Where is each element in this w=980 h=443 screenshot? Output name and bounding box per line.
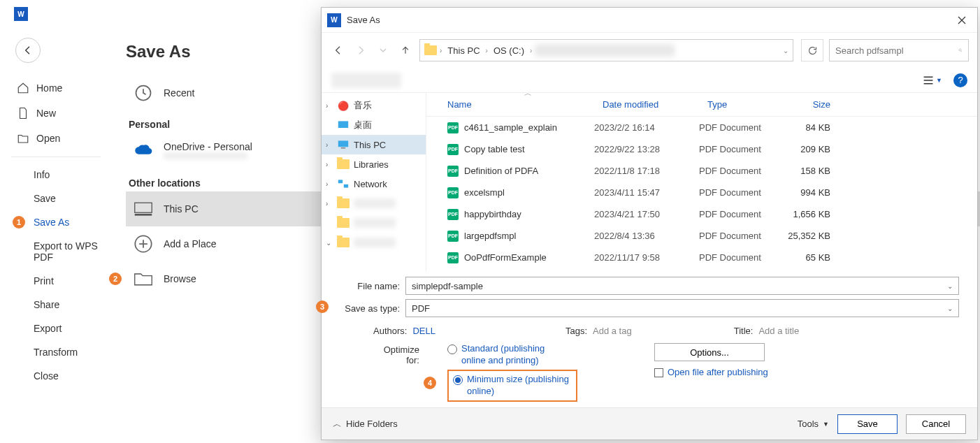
- view-options-button[interactable]: ▼: [923, 71, 942, 90]
- nav-up-button[interactable]: [397, 42, 414, 59]
- close-icon: [958, 16, 966, 24]
- pdf-icon: PDF: [447, 209, 459, 220]
- open-after-checkbox[interactable]: Open file after publishing: [654, 367, 768, 379]
- search-input[interactable]: [835, 45, 953, 56]
- hide-folders-button[interactable]: ︿ Hide Folders: [333, 418, 398, 430]
- authors-value[interactable]: DELL: [412, 326, 435, 336]
- radio-icon-selected: [453, 375, 463, 385]
- search-box[interactable]: [829, 39, 969, 61]
- svg-point-4: [959, 49, 961, 51]
- tree-network[interactable]: ›Network: [322, 174, 426, 194]
- file-type: PDF Document: [699, 209, 783, 219]
- save-button[interactable]: Save: [837, 414, 898, 434]
- pdf-icon: PDF: [447, 187, 459, 198]
- nav-close[interactable]: Close: [0, 364, 112, 388]
- nav-save-as-label: Save As: [34, 217, 69, 228]
- file-row[interactable]: PDFc4611_sample_explain 2023/2/2 16:14 P…: [426, 117, 977, 138]
- help-icon[interactable]: ?: [953, 73, 967, 87]
- tree-libraries[interactable]: ›Libraries: [322, 154, 426, 174]
- cancel-button[interactable]: Cancel: [906, 414, 966, 434]
- doc-title-label: Title:: [734, 326, 754, 336]
- savetype-dropdown[interactable]: PDF ⌄: [405, 299, 959, 317]
- file-row[interactable]: PDFCopy table test 2022/9/22 13:28 PDF D…: [426, 138, 977, 160]
- radio-standard[interactable]: Standard (publishing online and printing…: [447, 343, 577, 367]
- tools-dropdown[interactable]: Tools ▼: [798, 419, 829, 429]
- nav-print[interactable]: Print: [0, 269, 112, 293]
- radio-icon: [447, 344, 457, 354]
- tree-network-label: Network: [354, 179, 387, 189]
- file-size: 84 KB: [783, 122, 839, 133]
- tree-desktop-label: 桌面: [354, 119, 372, 131]
- folder-icon: [337, 198, 350, 208]
- tree-item-redacted[interactable]: [322, 213, 426, 233]
- col-type[interactable]: Type: [699, 99, 783, 110]
- folder-icon: [337, 218, 350, 228]
- scroll-up-icon[interactable]: ︿: [524, 93, 532, 99]
- tree-music[interactable]: ›🔴音乐: [322, 96, 426, 115]
- doc-title-input[interactable]: Add a title: [758, 326, 799, 336]
- file-type: PDF Document: [699, 122, 783, 133]
- desktop-icon: [337, 119, 350, 131]
- nav-transform[interactable]: Transform: [0, 340, 112, 364]
- save-as-dialog: W Save As › This PC › OS (C:) › ⌄: [321, 7, 978, 440]
- crumb-this-pc[interactable]: This PC: [445, 44, 482, 57]
- open-folder-icon: [17, 132, 29, 145]
- tree-this-pc[interactable]: ›This PC: [322, 135, 426, 154]
- file-name: OoPdfFormExample: [464, 252, 547, 263]
- svg-rect-9: [344, 184, 348, 188]
- col-date[interactable]: Date modified: [594, 99, 699, 110]
- dialog-close-button[interactable]: [946, 8, 977, 33]
- file-row[interactable]: PDFlargepdfsmpl 2022/8/4 13:36 PDF Docum…: [426, 225, 977, 247]
- filename-input[interactable]: simplepdf-sample ⌄: [405, 277, 959, 295]
- file-type: PDF Document: [699, 231, 783, 241]
- clock-icon: [133, 84, 154, 102]
- nav-share-label: Share: [34, 299, 59, 310]
- tree-item-redacted[interactable]: ›: [322, 194, 426, 213]
- tags-input[interactable]: Add a tag: [593, 326, 632, 336]
- nav-recent-button[interactable]: [375, 42, 391, 59]
- file-row[interactable]: PDFOoPdfFormExample 2022/11/17 9:58 PDF …: [426, 247, 977, 268]
- file-row[interactable]: PDFDefinition of PDFA 2022/11/8 17:18 PD…: [426, 160, 977, 182]
- tree-music-label: 音乐: [354, 99, 372, 112]
- back-button[interactable]: [15, 38, 41, 63]
- folder-tree: ›🔴音乐 桌面 ›This PC ›Libraries ›Network › ⌄: [322, 93, 426, 271]
- nav-home[interactable]: Home: [0, 75, 112, 101]
- file-name: Copy table test: [464, 144, 525, 154]
- chevron-down-icon: ⌄: [947, 305, 953, 312]
- nav-export-wps[interactable]: Export to WPS PDF: [0, 234, 112, 269]
- file-row[interactable]: PDFexcelsmpl 2023/4/11 15:47 PDF Documen…: [426, 182, 977, 203]
- nav-new[interactable]: New: [0, 101, 112, 126]
- savetype-value: PDF: [412, 303, 430, 314]
- col-name[interactable]: Name: [426, 99, 594, 110]
- nav-open[interactable]: Open: [0, 126, 112, 151]
- options-button[interactable]: Options...: [654, 343, 765, 361]
- nav-forward-button[interactable]: [352, 42, 369, 59]
- nav-share[interactable]: Share: [0, 293, 112, 317]
- column-headers: ︿ Name Date modified Type Size: [426, 93, 977, 117]
- address-bar[interactable]: › This PC › OS (C:) › ⌄: [419, 39, 793, 61]
- pdf-icon: PDF: [447, 166, 459, 177]
- file-row[interactable]: PDFhappybirthday 2023/4/21 17:50 PDF Doc…: [426, 203, 977, 225]
- nav-new-label: New: [36, 108, 56, 119]
- step-badge-2: 2: [109, 273, 122, 285]
- nav-export[interactable]: Export: [0, 317, 112, 340]
- nav-save[interactable]: Save: [0, 187, 112, 210]
- file-date: 2023/2/2 16:14: [594, 122, 699, 133]
- crumb-drive[interactable]: OS (C:): [491, 44, 527, 57]
- refresh-button[interactable]: [801, 39, 823, 61]
- radio-minimum[interactable]: Minimum size (publishing online): [453, 374, 572, 398]
- tree-item-redacted[interactable]: ⌄: [322, 233, 426, 252]
- nav-info[interactable]: Info: [0, 163, 112, 187]
- file-size: 209 KB: [783, 144, 839, 154]
- col-size[interactable]: Size: [783, 99, 839, 110]
- tree-this-pc-label: This PC: [354, 140, 386, 150]
- this-pc-icon: [133, 200, 154, 218]
- nav-back-button[interactable]: [330, 42, 347, 59]
- nav-save-as[interactable]: 1 Save As: [0, 210, 112, 234]
- nav-close-label: Close: [34, 370, 59, 382]
- nav-info-label: Info: [34, 169, 50, 180]
- chevron-down-icon: ▼: [823, 421, 829, 428]
- svg-rect-8: [338, 180, 343, 183]
- tree-desktop[interactable]: 桌面: [322, 115, 426, 135]
- nav-open-label: Open: [36, 133, 60, 144]
